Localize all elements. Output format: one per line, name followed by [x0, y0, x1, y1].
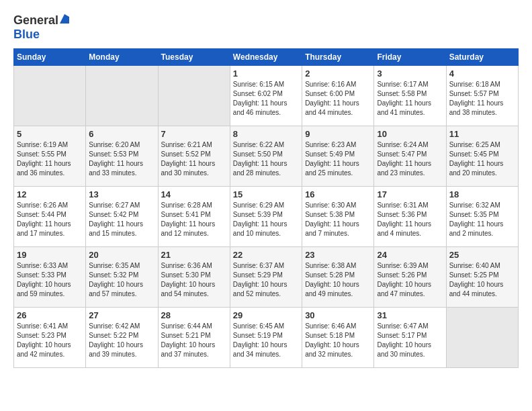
day-number: 15 — [233, 189, 299, 199]
calendar-cell: 30Sunrise: 6:46 AMSunset: 5:18 PMDayligh… — [302, 308, 374, 368]
calendar-cell: 22Sunrise: 6:37 AMSunset: 5:29 PMDayligh… — [230, 247, 302, 308]
cell-info: Sunrise: 6:27 AMSunset: 5:42 PMDaylight:… — [89, 201, 154, 238]
calendar-cell: 20Sunrise: 6:35 AMSunset: 5:32 PMDayligh… — [86, 247, 158, 308]
day-number: 13 — [89, 189, 154, 199]
calendar-cell: 15Sunrise: 6:29 AMSunset: 5:39 PMDayligh… — [230, 187, 302, 247]
calendar-cell: 16Sunrise: 6:30 AMSunset: 5:38 PMDayligh… — [302, 187, 374, 247]
cell-info: Sunrise: 6:41 AMSunset: 5:23 PMDaylight:… — [17, 322, 83, 359]
day-number: 28 — [161, 310, 227, 320]
calendar-week-row: 19Sunrise: 6:33 AMSunset: 5:33 PMDayligh… — [14, 247, 519, 308]
calendar-cell: 31Sunrise: 6:47 AMSunset: 5:17 PMDayligh… — [374, 308, 446, 368]
calendar-cell: 18Sunrise: 6:32 AMSunset: 5:35 PMDayligh… — [446, 187, 518, 247]
cell-info: Sunrise: 6:46 AMSunset: 5:18 PMDaylight:… — [305, 322, 371, 359]
calendar-cell: 26Sunrise: 6:41 AMSunset: 5:23 PMDayligh… — [14, 308, 86, 368]
svg-marker-0 — [60, 14, 69, 24]
day-number: 12 — [17, 189, 83, 199]
cell-info: Sunrise: 6:22 AMSunset: 5:50 PMDaylight:… — [233, 140, 299, 178]
calendar-cell: 2Sunrise: 6:16 AMSunset: 6:00 PMDaylight… — [302, 66, 374, 126]
day-number: 30 — [305, 310, 371, 320]
calendar-cell: 8Sunrise: 6:22 AMSunset: 5:50 PMDaylight… — [230, 126, 302, 187]
day-number: 19 — [17, 250, 83, 260]
calendar-week-row: 12Sunrise: 6:26 AMSunset: 5:44 PMDayligh… — [14, 187, 519, 247]
day-number: 25 — [449, 250, 515, 260]
cell-info: Sunrise: 6:40 AMSunset: 5:25 PMDaylight:… — [449, 261, 515, 299]
calendar-cell: 14Sunrise: 6:28 AMSunset: 5:41 PMDayligh… — [158, 187, 230, 247]
cell-info: Sunrise: 6:36 AMSunset: 5:30 PMDaylight:… — [161, 261, 227, 299]
calendar-cell — [14, 66, 86, 126]
cell-info: Sunrise: 6:28 AMSunset: 5:41 PMDaylight:… — [161, 201, 227, 238]
day-number: 3 — [377, 68, 443, 79]
calendar-cell: 17Sunrise: 6:31 AMSunset: 5:36 PMDayligh… — [374, 187, 446, 247]
day-number: 1 — [233, 68, 299, 79]
calendar-cell: 9Sunrise: 6:23 AMSunset: 5:49 PMDaylight… — [302, 126, 374, 187]
logo-icon — [60, 14, 69, 24]
cell-info: Sunrise: 6:37 AMSunset: 5:29 PMDaylight:… — [233, 261, 299, 299]
cell-info: Sunrise: 6:32 AMSunset: 5:35 PMDaylight:… — [449, 201, 515, 238]
cell-info: Sunrise: 6:20 AMSunset: 5:53 PMDaylight:… — [89, 140, 154, 178]
cell-info: Sunrise: 6:29 AMSunset: 5:39 PMDaylight:… — [233, 201, 299, 238]
calendar-cell: 5Sunrise: 6:19 AMSunset: 5:55 PMDaylight… — [14, 126, 86, 187]
calendar-cell — [158, 66, 230, 126]
calendar-cell — [446, 308, 518, 368]
cell-info: Sunrise: 6:35 AMSunset: 5:32 PMDaylight:… — [89, 261, 154, 299]
column-header-saturday: Saturday — [446, 49, 518, 66]
calendar-cell: 1Sunrise: 6:15 AMSunset: 6:02 PMDaylight… — [230, 66, 302, 126]
cell-info: Sunrise: 6:19 AMSunset: 5:55 PMDaylight:… — [17, 140, 83, 178]
cell-info: Sunrise: 6:15 AMSunset: 6:02 PMDaylight:… — [233, 80, 299, 118]
calendar-cell — [86, 66, 158, 126]
day-number: 24 — [377, 250, 443, 260]
cell-info: Sunrise: 6:23 AMSunset: 5:49 PMDaylight:… — [305, 140, 371, 178]
logo: General Blue — [13, 13, 69, 42]
day-number: 2 — [305, 68, 371, 79]
calendar-cell: 25Sunrise: 6:40 AMSunset: 5:25 PMDayligh… — [446, 247, 518, 308]
cell-info: Sunrise: 6:25 AMSunset: 5:45 PMDaylight:… — [449, 140, 515, 178]
calendar-cell: 3Sunrise: 6:17 AMSunset: 5:58 PMDaylight… — [374, 66, 446, 126]
cell-info: Sunrise: 6:16 AMSunset: 6:00 PMDaylight:… — [305, 80, 371, 118]
day-number: 5 — [17, 129, 83, 139]
cell-info: Sunrise: 6:24 AMSunset: 5:47 PMDaylight:… — [377, 140, 443, 178]
cell-info: Sunrise: 6:42 AMSunset: 5:22 PMDaylight:… — [89, 322, 154, 359]
calendar-cell: 7Sunrise: 6:21 AMSunset: 5:52 PMDaylight… — [158, 126, 230, 187]
cell-info: Sunrise: 6:31 AMSunset: 5:36 PMDaylight:… — [377, 201, 443, 238]
cell-info: Sunrise: 6:30 AMSunset: 5:38 PMDaylight:… — [305, 201, 371, 238]
calendar-cell: 12Sunrise: 6:26 AMSunset: 5:44 PMDayligh… — [14, 187, 86, 247]
calendar-week-row: 26Sunrise: 6:41 AMSunset: 5:23 PMDayligh… — [14, 308, 519, 368]
cell-info: Sunrise: 6:26 AMSunset: 5:44 PMDaylight:… — [17, 201, 83, 238]
day-number: 22 — [233, 250, 299, 260]
day-number: 17 — [377, 189, 443, 199]
day-number: 26 — [17, 310, 83, 320]
day-number: 8 — [233, 129, 299, 139]
logo-blue: Blue — [13, 28, 69, 42]
day-number: 27 — [89, 310, 154, 320]
day-number: 29 — [233, 310, 299, 320]
logo-general: General — [13, 13, 58, 28]
cell-info: Sunrise: 6:44 AMSunset: 5:21 PMDaylight:… — [161, 322, 227, 359]
column-header-friday: Friday — [374, 49, 446, 66]
day-number: 4 — [449, 68, 515, 79]
calendar-header-row: SundayMondayTuesdayWednesdayThursdayFrid… — [14, 49, 519, 66]
calendar-cell: 21Sunrise: 6:36 AMSunset: 5:30 PMDayligh… — [158, 247, 230, 308]
cell-info: Sunrise: 6:17 AMSunset: 5:58 PMDaylight:… — [377, 80, 443, 118]
column-header-wednesday: Wednesday — [230, 49, 302, 66]
calendar-cell: 13Sunrise: 6:27 AMSunset: 5:42 PMDayligh… — [86, 187, 158, 247]
cell-info: Sunrise: 6:45 AMSunset: 5:19 PMDaylight:… — [233, 322, 299, 359]
calendar-table: SundayMondayTuesdayWednesdayThursdayFrid… — [13, 48, 519, 368]
cell-info: Sunrise: 6:39 AMSunset: 5:26 PMDaylight:… — [377, 261, 443, 299]
column-header-sunday: Sunday — [14, 49, 86, 66]
cell-info: Sunrise: 6:33 AMSunset: 5:33 PMDaylight:… — [17, 261, 83, 299]
day-number: 31 — [377, 310, 443, 320]
day-number: 18 — [449, 189, 515, 199]
cell-info: Sunrise: 6:18 AMSunset: 5:57 PMDaylight:… — [449, 80, 515, 118]
day-number: 11 — [449, 129, 515, 139]
calendar-cell: 27Sunrise: 6:42 AMSunset: 5:22 PMDayligh… — [86, 308, 158, 368]
cell-info: Sunrise: 6:47 AMSunset: 5:17 PMDaylight:… — [377, 322, 443, 359]
calendar-cell: 10Sunrise: 6:24 AMSunset: 5:47 PMDayligh… — [374, 126, 446, 187]
cell-info: Sunrise: 6:21 AMSunset: 5:52 PMDaylight:… — [161, 140, 227, 178]
column-header-thursday: Thursday — [302, 49, 374, 66]
day-number: 9 — [305, 129, 371, 139]
page-header: General Blue — [13, 13, 519, 42]
calendar-week-row: 5Sunrise: 6:19 AMSunset: 5:55 PMDaylight… — [14, 126, 519, 187]
day-number: 6 — [89, 129, 154, 139]
calendar-week-row: 1Sunrise: 6:15 AMSunset: 6:02 PMDaylight… — [14, 66, 519, 126]
calendar-cell: 29Sunrise: 6:45 AMSunset: 5:19 PMDayligh… — [230, 308, 302, 368]
